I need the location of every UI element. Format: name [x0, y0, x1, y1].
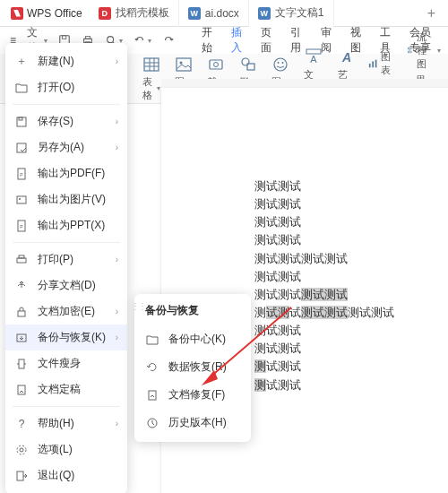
- folder-icon: [14, 81, 29, 95]
- undo-icon[interactable]: ▾: [129, 30, 156, 50]
- text-line: 测试测试测试测试测试测试: [254, 304, 448, 322]
- fm-backup[interactable]: 备份与恢复(K)›: [5, 324, 127, 350]
- art-icon: A: [338, 48, 356, 66]
- locate-icon: [14, 383, 29, 397]
- shape-icon: [239, 56, 257, 74]
- tab-label: 文字文稿1: [275, 5, 324, 21]
- fm-ppt[interactable]: P输出为PPT(X): [5, 212, 127, 238]
- fm-encrypt[interactable]: 文档加密(E)›: [5, 298, 127, 324]
- text-line: 测试测试测试测试: [254, 250, 448, 268]
- svg-rect-54: [18, 385, 25, 394]
- svg-rect-26: [375, 60, 377, 68]
- fm-save[interactable]: 保存(S)›: [5, 108, 127, 134]
- backup-submenu: ⋮⋮ 备份与恢复 备份中心(K) 数据恢复(R) 文档修复(F) 历史版本(H): [134, 294, 251, 442]
- text-line: 测试测试: [254, 177, 448, 195]
- svg-point-5: [108, 37, 114, 43]
- tab-templates[interactable]: D 找稻壳模板: [90, 0, 179, 27]
- text-line: 测试测试: [254, 213, 448, 231]
- svg-rect-7: [144, 58, 159, 71]
- fm-print[interactable]: 打印(P)›: [5, 246, 127, 272]
- fm-new[interactable]: ＋新建(N)›: [5, 48, 127, 74]
- fm-exit[interactable]: 退出(Q): [5, 463, 127, 489]
- svg-rect-24: [369, 64, 371, 67]
- text-line: 测试测试: [254, 340, 448, 358]
- svg-point-16: [242, 58, 249, 65]
- text-line: 测试测试: [254, 376, 448, 394]
- svg-rect-51: [19, 359, 24, 368]
- fm-locate[interactable]: 文档定稿: [5, 376, 127, 402]
- svg-rect-47: [17, 258, 26, 263]
- fm-image[interactable]: 输出为图片(V): [5, 186, 127, 212]
- sub-backup-center[interactable]: 备份中心(K): [134, 325, 251, 353]
- menu-start[interactable]: 开始: [195, 22, 221, 59]
- picture-icon: [175, 56, 193, 74]
- ribbon-chart[interactable]: 图表: [368, 50, 398, 77]
- svg-point-19: [278, 62, 280, 64]
- backup-icon: [14, 331, 29, 345]
- svg-point-56: [17, 445, 26, 454]
- svg-rect-3: [86, 37, 90, 39]
- text-line: 测试测试: [254, 195, 448, 213]
- menu-page[interactable]: 页面: [254, 22, 280, 59]
- slim-icon: [14, 357, 29, 371]
- redo-icon[interactable]: [158, 30, 179, 50]
- file-menu: ＋新建(N)› 打开(O) 保存(S)› 另存为(A)› P输出为PDF(F) …: [5, 43, 127, 493]
- saveas-icon: [14, 141, 29, 155]
- fm-share[interactable]: 分享文档(D): [5, 272, 127, 298]
- repair-icon: [145, 388, 159, 402]
- svg-text:P: P: [20, 172, 23, 177]
- help-icon: ?: [14, 417, 29, 431]
- svg-text:A: A: [341, 50, 351, 65]
- fm-options[interactable]: 选项(L): [5, 437, 127, 463]
- fm-help[interactable]: ?帮助(H)›: [5, 411, 127, 437]
- ribbon-flowchart[interactable]: 流程图▾: [407, 30, 441, 71]
- svg-rect-25: [372, 61, 374, 67]
- exit-icon: [14, 469, 29, 483]
- menu-insert[interactable]: 插入: [225, 22, 251, 59]
- new-tab-button[interactable]: +: [418, 5, 444, 22]
- table-icon: [142, 56, 160, 74]
- history-icon: [145, 416, 159, 430]
- plus-icon: ＋: [14, 55, 29, 69]
- screenshot-icon: [207, 56, 225, 74]
- svg-rect-57: [17, 471, 23, 480]
- pdf-icon: P: [14, 167, 29, 181]
- sub-history[interactable]: 历史版本(H): [134, 409, 251, 437]
- fm-open[interactable]: 打开(O): [5, 74, 127, 100]
- submenu-title: 备份与恢复: [134, 301, 251, 325]
- image-icon: [14, 193, 29, 207]
- fm-saveas[interactable]: 另存为(A)›: [5, 134, 127, 160]
- svg-point-55: [20, 448, 23, 452]
- text-line: 测试测试: [254, 268, 448, 286]
- restore-icon: [145, 360, 159, 375]
- doc-icon: W: [258, 7, 271, 20]
- save-icon: [14, 115, 29, 129]
- svg-text:P: P: [20, 224, 23, 229]
- folder-icon: [145, 333, 159, 347]
- ppt-icon: P: [14, 219, 29, 233]
- fm-slim[interactable]: 文件瘦身: [5, 350, 127, 376]
- grip-icon: ⋮⋮: [131, 301, 145, 311]
- sub-restore[interactable]: 数据恢复(R): [134, 353, 251, 381]
- lock-icon: [14, 305, 29, 319]
- app-brand: WPS Office: [4, 7, 90, 20]
- fm-pdf[interactable]: P输出为PDF(F): [5, 160, 127, 186]
- doc-icon: W: [188, 7, 201, 20]
- icon-icon: [271, 56, 289, 74]
- sub-repair[interactable]: 文档修复(F): [134, 381, 251, 409]
- doc-icon: D: [99, 7, 111, 20]
- svg-rect-43: [17, 196, 26, 203]
- svg-point-15: [214, 62, 219, 66]
- svg-point-44: [19, 198, 21, 200]
- ribbon-table[interactable]: 表格▾: [140, 56, 163, 102]
- svg-rect-49: [18, 311, 25, 316]
- tab-label: 找稻壳模板: [116, 5, 169, 21]
- svg-rect-12: [177, 58, 191, 71]
- svg-point-20: [282, 62, 284, 64]
- svg-rect-30: [409, 48, 411, 49]
- svg-rect-48: [19, 255, 24, 258]
- svg-point-18: [274, 58, 287, 71]
- wps-logo-icon: [11, 7, 23, 20]
- text-line: 测试测试: [254, 231, 448, 249]
- svg-text:A: A: [310, 54, 317, 65]
